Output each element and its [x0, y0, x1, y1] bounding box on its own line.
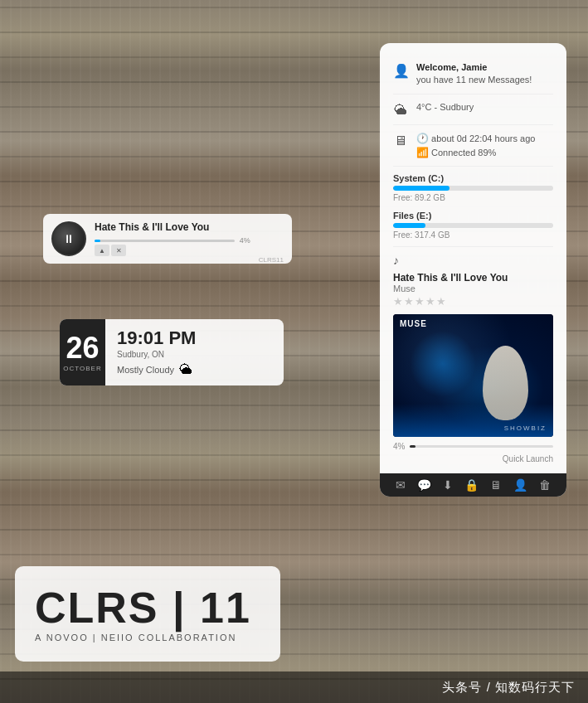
media-prev-button[interactable]: ▲ [95, 245, 109, 256]
system-stats: System (C:) Free: 89.2 GB Files (E:) Fre… [393, 167, 553, 247]
clock-widget: 26 OCTOBER 19:01 PM Sudbury, ON Mostly C… [60, 319, 284, 385]
clrs-widget: CLRS | 11 A NOVOO | NEIIO COLLABORATION [15, 566, 280, 662]
monitor-icon: 🖥 [393, 133, 408, 148]
quick-launch-label: Quick Launch [393, 454, 553, 463]
play-pause-button[interactable] [51, 221, 86, 256]
user-icon: 👤 [393, 63, 408, 79]
clrs-subtitle: A NOVOO | NEIIO COLLABORATION [35, 633, 260, 642]
media-song-title: Hate This & I'll Love You [95, 221, 250, 233]
monitor-info: 🕐 about 0d 22:04 hours ago 📶 Connected 8… [416, 132, 553, 160]
ql-download-icon[interactable]: ⬇ [443, 478, 453, 492]
monitor-last-active: 🕐 about 0d 22:04 hours ago [416, 132, 553, 146]
right-panel: 👤 Welcome, Jamie you have 11 new Message… [380, 43, 566, 497]
clock-month: OCTOBER [63, 365, 101, 372]
ql-monitor-icon[interactable]: 🖥 [490, 478, 502, 492]
watermark-bar: 头条号 / 知数码行天下 [0, 671, 588, 703]
album-art-band-label: MUSE [400, 319, 427, 328]
user-messages: you have 11 new Messages! [416, 74, 553, 86]
system-c-fill [393, 186, 450, 191]
files-e-bar [393, 223, 553, 228]
files-e-free: Free: 317.4 GB [393, 230, 553, 240]
monitor-wifi: 📶 Connected 89% [416, 146, 553, 160]
clock-location: Sudbury, ON [117, 350, 272, 359]
system-c-stat: System (C:) Free: 89.2 GB [393, 173, 553, 202]
media-player-widget: Hate This & I'll Love You 4% ▲ ✕ CLRS11 [43, 214, 292, 264]
music-section: ♪ Hate This & I'll Love You Muse ★★★★★ M… [393, 247, 553, 473]
user-greeting: Welcome, Jamie [416, 61, 553, 74]
files-e-label: Files (E:) [393, 211, 553, 221]
weather-info: 4°C - Sudbury [416, 101, 553, 114]
album-art-water [393, 404, 553, 437]
music-header: ♪ [393, 254, 553, 267]
files-e-fill [393, 223, 425, 228]
music-progress-fill [410, 445, 415, 448]
quick-launch-bar: ✉ 💬 ⬇ 🔒 🖥 👤 🗑 [380, 473, 566, 497]
music-progress-row: 4% [393, 442, 553, 451]
clock-time-section: 19:01 PM Sudbury, ON Mostly Cloudy 🌥 [105, 321, 284, 384]
ql-trash-icon[interactable]: 🗑 [539, 478, 551, 492]
media-controls: ▲ ✕ [95, 245, 250, 256]
media-id: CLRS11 [259, 256, 284, 264]
media-progress-fill [95, 240, 100, 242]
weather-section: 🌥 4°C - Sudbury [393, 95, 553, 125]
clock-time: 19:01 PM [117, 327, 272, 349]
clock-weather-text: Mostly Cloudy [117, 365, 174, 375]
album-art: MUSE SHOWBIZ [393, 314, 553, 437]
clrs-title: CLRS | 11 [35, 586, 260, 629]
music-note-icon: ♪ [393, 254, 399, 267]
user-section: 👤 Welcome, Jamie you have 11 new Message… [393, 55, 553, 95]
clock-day: 26 [66, 333, 99, 363]
ql-user-icon[interactable]: 👤 [513, 478, 527, 492]
music-track-title: Hate This & I'll Love You [393, 272, 553, 284]
user-info: Welcome, Jamie you have 11 new Messages! [416, 61, 553, 87]
media-next-button[interactable]: ✕ [111, 245, 126, 256]
media-progress-percent: 4% [240, 236, 250, 245]
ql-mail-icon[interactable]: ✉ [396, 478, 406, 492]
system-c-free: Free: 89.2 GB [393, 193, 553, 202]
watermark-text: 头条号 / 知数码行天下 [442, 680, 575, 696]
weather-text: 4°C - Sudbury [416, 101, 553, 114]
media-progress-bar[interactable] [95, 240, 235, 242]
clock-weather: Mostly Cloudy 🌥 [117, 362, 272, 377]
music-progress-percent: 4% [393, 442, 405, 451]
music-artist: Muse [393, 284, 553, 293]
system-c-label: System (C:) [393, 173, 553, 183]
clock-date-section: 26 OCTOBER [60, 319, 105, 385]
files-e-stat: Files (E:) Free: 317.4 GB [393, 211, 553, 240]
weather-icon: 🌥 [393, 103, 408, 118]
ql-lock-icon[interactable]: 🔒 [464, 478, 479, 492]
clock-weather-icon: 🌥 [179, 362, 192, 377]
monitor-section: 🖥 🕐 about 0d 22:04 hours ago 📶 Connected… [393, 125, 553, 167]
media-progress-row: 4% [95, 236, 250, 245]
music-stars: ★★★★★ [393, 295, 553, 308]
music-progress-bar[interactable] [410, 445, 553, 448]
ql-chat-icon[interactable]: 💬 [417, 478, 431, 492]
album-art-album-sublabel: SHOWBIZ [504, 424, 547, 432]
media-info: Hate This & I'll Love You 4% ▲ ✕ [95, 221, 250, 256]
system-c-bar [393, 186, 553, 191]
